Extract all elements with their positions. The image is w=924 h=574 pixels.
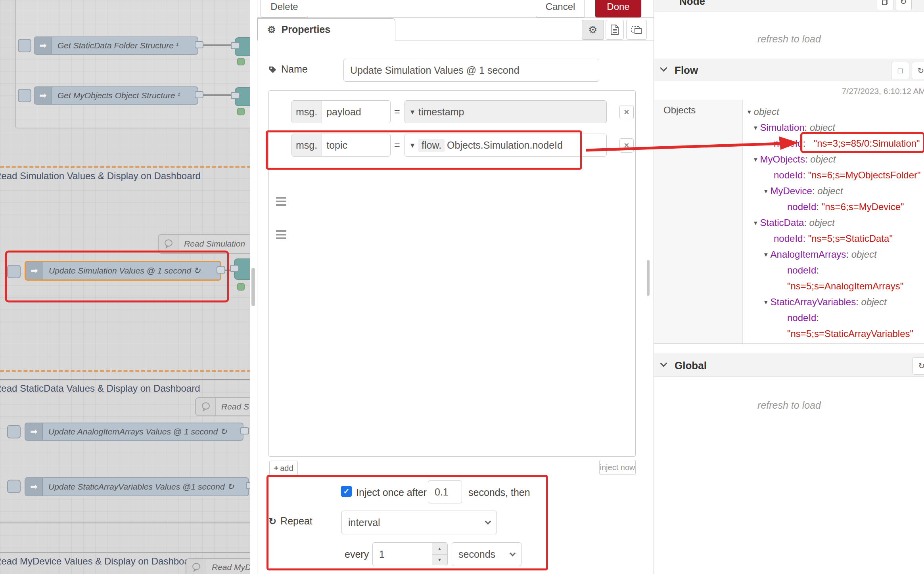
every-unit-select[interactable]: seconds	[452, 542, 521, 566]
node-label: Update AnalogItemArrays Values @ 1 secon…	[43, 427, 233, 436]
tree-prop-row: nodeId: "ns=6;s=MyDevice"	[787, 199, 904, 215]
typed-input-caret-icon[interactable]: ▾	[410, 140, 414, 150]
refresh-icon-button[interactable]: ↻	[895, 0, 912, 10]
drag-handle-icon[interactable]	[276, 230, 286, 232]
node-output-port[interactable]	[195, 41, 203, 48]
done-button[interactable]: Done	[595, 0, 641, 17]
add-rule-button[interactable]: +add	[269, 461, 298, 476]
prop-value-field-topic[interactable]: ▾ flow. Objects.Simulation.nodeId	[404, 134, 607, 157]
inject-trigger-button[interactable]	[18, 39, 31, 52]
canvas-scrollbar-thumb[interactable]	[251, 268, 255, 306]
node-comment-read-staticdata[interactable]: Read S	[195, 397, 257, 416]
copy-icon-button[interactable]	[877, 0, 893, 10]
context-sidebar: Node ↻ refresh to load Flow □ ↻ 7/27/202…	[654, 0, 924, 574]
section-flow-header[interactable]: Flow □ ↻	[654, 59, 924, 81]
tab-bar-divider	[395, 40, 654, 40]
node-status-dot	[237, 58, 245, 65]
node-context-hint: refresh to load	[654, 33, 924, 45]
node-output-port[interactable]	[240, 427, 249, 434]
tree-object-row[interactable]: ▾AnalogItemArrays: object	[764, 247, 877, 262]
repeat-selected-value: interval	[348, 517, 380, 528]
stepper-down-icon[interactable]: ▼	[432, 555, 447, 566]
node-input-port[interactable]	[231, 42, 240, 49]
every-unit-value: seconds	[458, 549, 495, 560]
comment-label: Read MyD	[206, 563, 257, 572]
typed-input-caret-icon[interactable]: ▾	[410, 107, 414, 117]
tree-object-row[interactable]: ▾StaticData: object	[754, 215, 835, 231]
inject-once-checkbox[interactable]: ✓	[341, 486, 352, 497]
dialog-scrollbar-thumb[interactable]	[647, 260, 650, 296]
remove-row-button[interactable]: ×	[619, 105, 634, 119]
node-output-port[interactable]	[217, 266, 225, 274]
tree-object-row[interactable]: ▾MyObjects: object	[754, 151, 836, 167]
refresh-global-button[interactable]: ↻	[912, 357, 924, 375]
tree-object-row[interactable]: ▾MyDevice: object	[764, 183, 843, 199]
prop-key-field-payload[interactable]: msg. payload	[291, 100, 391, 123]
tree-object-row[interactable]: ▾Simulation: object	[754, 120, 835, 136]
node-label: Get StaticData Folder Structure ¹	[52, 41, 184, 50]
drag-handle-icon[interactable]	[276, 197, 286, 199]
repeat-select[interactable]: interval	[341, 511, 497, 534]
plus-icon: +	[274, 464, 278, 473]
delete-button[interactable]: Delete	[261, 0, 308, 17]
appearance-icon-button[interactable]	[626, 20, 647, 40]
tree-object-row[interactable]: ▾object	[748, 104, 779, 120]
prop-value-field-timestamp[interactable]: ▾ timestamp	[404, 100, 607, 123]
comment-bubble-icon	[186, 559, 206, 574]
group-border	[0, 522, 257, 522]
tree-object-row[interactable]: ▾StaticArrayVariables: object	[764, 294, 887, 310]
tree-prop-row: nodeId: "ns=5;s=StaticData"	[774, 231, 893, 247]
tree-prop-value: "ns=5;s=AnalogItemArrays"	[787, 278, 903, 294]
node-inject-update-simulation[interactable]: ➡ Update Simulation Values @ 1 second ↻	[25, 261, 221, 281]
tree-prop-row: nodeId:	[787, 310, 822, 326]
description-icon-button[interactable]	[606, 20, 624, 40]
node-output-port[interactable]	[195, 91, 203, 98]
tree-prop-value: "ns=5;s=StaticArrayVariables"	[787, 326, 913, 342]
inject-trigger-button[interactable]	[7, 265, 21, 278]
cancel-button[interactable]: Cancel	[536, 0, 585, 17]
refresh-flow-button[interactable]: ↻	[912, 62, 924, 79]
dialog-header-divider	[257, 17, 654, 18]
inject-trigger-button[interactable]	[7, 425, 21, 438]
name-input[interactable]: Update Simulation Values @ 1 second	[343, 59, 599, 82]
comment-bubble-icon	[196, 398, 216, 415]
inject-trigger-button[interactable]	[18, 89, 31, 102]
node-inject-get-myobjects[interactable]: ➡ Get MyObjects Object Structure ¹	[34, 86, 198, 105]
node-input-port[interactable]	[230, 265, 239, 272]
node-comment-read-mydevice[interactable]: Read MyD	[186, 558, 257, 574]
edit-properties-icon-button[interactable]: ⚙	[582, 20, 604, 40]
node-inject-get-staticdata[interactable]: ➡ Get StaticData Folder Structure ¹	[34, 36, 198, 55]
stepper-up-icon[interactable]: ▲	[432, 543, 447, 555]
refresh-icon: ↻	[918, 361, 924, 371]
group-border-dashed	[0, 166, 257, 168]
context-timestamp: 7/27/2023, 6:10:12 AM	[842, 86, 924, 96]
watch-icon-button[interactable]: □	[891, 62, 909, 79]
chevron-down-icon	[510, 550, 516, 556]
canvas-scrollbar-track[interactable]	[250, 0, 257, 574]
inject-arrow-icon: ➡	[25, 423, 43, 440]
group-label: Read Simulation Values & Display on Dash…	[0, 170, 201, 182]
tab-properties[interactable]: ⚙ Properties	[257, 18, 395, 40]
chevron-down-icon	[660, 360, 667, 367]
tree-prop-row: nodeId: "ns=6;s=MyObjectsFolder"	[774, 167, 921, 183]
section-flow-label: Flow	[675, 64, 698, 77]
node-input-port[interactable]	[231, 92, 240, 99]
prop-value: timestamp	[418, 106, 464, 118]
refresh-icon: ↻	[900, 0, 907, 6]
sidebar-header: Node ↻	[654, 0, 924, 11]
prop-key-field-topic[interactable]: msg. topic	[291, 134, 391, 157]
square-outline-icon: □	[898, 66, 903, 75]
remove-row-button[interactable]: ×	[619, 138, 634, 153]
section-global-header[interactable]: Global ↻	[654, 354, 924, 377]
inject-once-delay-input[interactable]: 0.1	[428, 480, 462, 503]
inject-now-button[interactable]: inject now	[599, 460, 636, 475]
flow-canvas: ➡ Get StaticData Folder Structure ¹ ➡ Ge…	[0, 0, 257, 574]
node-inject-update-staticarrayvariables[interactable]: ➡ Update StaticArrayVariables Values @1 …	[25, 477, 249, 496]
node-comment-read-simulation[interactable]: Read Simulation	[158, 234, 257, 254]
name-field-label: Name	[268, 63, 308, 75]
number-stepper[interactable]: ▲ ▼	[432, 543, 447, 565]
inject-trigger-button[interactable]	[7, 480, 21, 493]
node-inject-update-analogitemarrays[interactable]: ➡ Update AnalogItemArrays Values @ 1 sec…	[25, 423, 243, 441]
sidebar-title: Node	[679, 0, 705, 8]
repeat-icon: ↻	[268, 516, 276, 527]
